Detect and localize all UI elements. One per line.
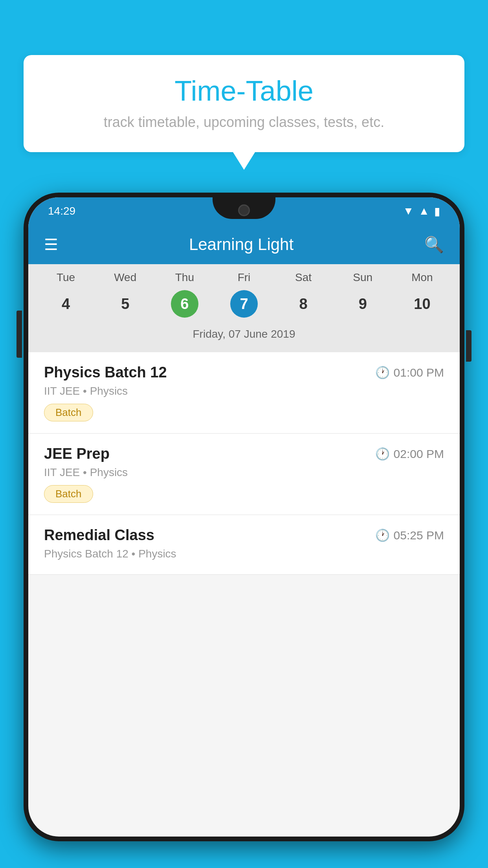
date-col-1[interactable]: 5 [95,290,155,318]
schedule-item-1-sub: IIT JEE • Physics [44,466,444,479]
app-bar: ☰ Learning Light 🔍 [28,225,460,264]
weekday-col-0: Tue [36,271,95,284]
weekday-col-3: Fri [214,271,273,284]
phone-outer: 14:29 ▼ ▲ ▮ ☰ Learning Light 🔍 Tue [24,193,464,841]
schedule-item-0-title: Physics Batch 12 [44,364,167,381]
schedule-item-0-time: 🕐 01:00 PM [375,366,444,379]
date-9[interactable]: 9 [349,290,376,318]
schedule-item-2-title: Remedial Class [44,527,154,544]
date-col-5[interactable]: 9 [333,290,393,318]
schedule-item-2[interactable]: Remedial Class 🕐 05:25 PM Physics Batch … [28,515,460,575]
wifi-icon: ▼ [403,205,414,217]
weekday-col-2: Thu [155,271,214,284]
weekdays-row: Tue Wed Thu Fri Sat Sun [28,264,460,287]
notch [213,197,275,219]
date-8[interactable]: 8 [290,290,317,318]
signal-icon: ▲ [418,205,429,217]
phone-screen: 14:29 ▼ ▲ ▮ ☰ Learning Light 🔍 Tue [28,197,460,837]
calendar-section: Tue Wed Thu Fri Sat Sun [28,264,460,352]
hamburger-icon[interactable]: ☰ [44,235,58,254]
weekday-col-4: Sat [274,271,333,284]
schedule-item-0-sub: IIT JEE • Physics [44,385,444,397]
schedule-item-2-time: 🕐 05:25 PM [375,528,444,542]
date-10[interactable]: 10 [408,290,436,318]
schedule-item-2-header: Remedial Class 🕐 05:25 PM [44,527,444,544]
weekday-col-1: Wed [95,271,155,284]
date-col-0[interactable]: 4 [36,290,95,318]
clock-icon-1: 🕐 [375,447,390,461]
schedule-item-1[interactable]: JEE Prep 🕐 02:00 PM IIT JEE • Physics Ba… [28,434,460,515]
schedule-item-2-sub: Physics Batch 12 • Physics [44,548,444,560]
tooltip-title: Time-Table [47,75,441,107]
schedule-item-0[interactable]: Physics Batch 12 🕐 01:00 PM IIT JEE • Ph… [28,352,460,434]
phone-wrapper: 14:29 ▼ ▲ ▮ ☰ Learning Light 🔍 Tue [24,193,464,868]
schedule-item-0-badge: Batch [44,404,93,421]
selected-date-label: Friday, 07 June 2019 [28,325,460,348]
search-icon[interactable]: 🔍 [424,235,444,254]
date-6-today[interactable]: 6 [171,290,198,318]
schedule-item-1-title: JEE Prep [44,445,110,462]
date-4[interactable]: 4 [52,290,80,318]
date-col-6[interactable]: 10 [393,290,452,318]
weekday-col-6: Mon [393,271,452,284]
camera [238,204,250,216]
clock-icon-0: 🕐 [375,366,390,379]
schedule-item-1-badge: Batch [44,485,93,503]
weekday-col-5: Sun [333,271,393,284]
date-7-selected[interactable]: 7 [230,290,258,318]
date-col-4[interactable]: 8 [274,290,333,318]
status-time: 14:29 [48,205,75,217]
schedule-item-0-header: Physics Batch 12 🕐 01:00 PM [44,364,444,381]
date-col-2[interactable]: 6 [155,290,214,318]
date-5[interactable]: 5 [112,290,139,318]
tooltip-subtitle: track timetable, upcoming classes, tests… [47,114,441,131]
status-icons: ▼ ▲ ▮ [403,205,440,218]
tooltip-container: Time-Table track timetable, upcoming cla… [24,55,464,152]
schedule-list: Physics Batch 12 🕐 01:00 PM IIT JEE • Ph… [28,352,460,575]
date-col-3[interactable]: 7 [214,290,273,318]
tooltip-bubble: Time-Table track timetable, upcoming cla… [24,55,464,152]
battery-icon: ▮ [434,205,440,218]
dates-row: 4 5 6 7 8 9 [28,287,460,325]
schedule-item-1-time: 🕐 02:00 PM [375,447,444,461]
app-title: Learning Light [70,235,413,254]
schedule-item-1-header: JEE Prep 🕐 02:00 PM [44,445,444,462]
clock-icon-2: 🕐 [375,528,390,542]
